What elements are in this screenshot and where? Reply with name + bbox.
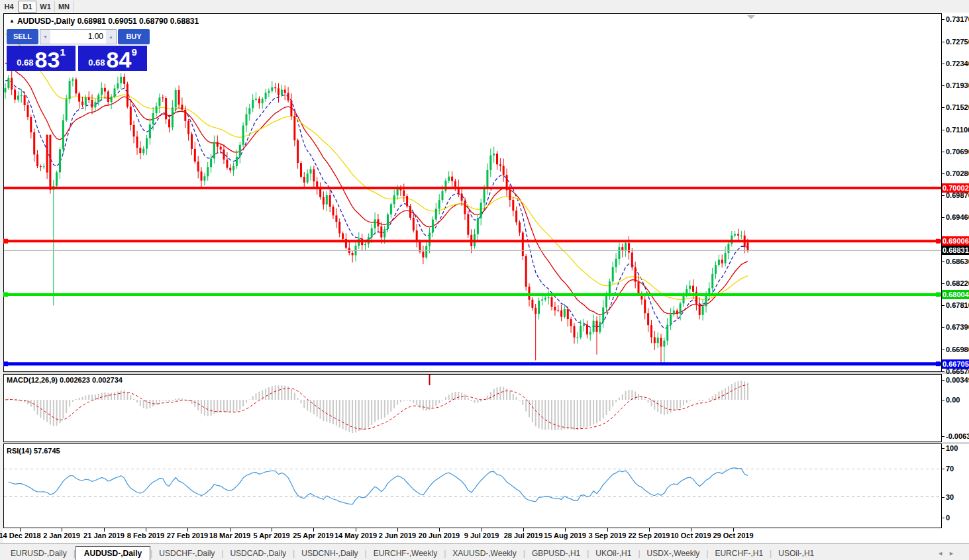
candle-body[interactable] — [104, 88, 106, 92]
buy-price-box[interactable]: 0.68 84 9 — [78, 46, 147, 71]
candle-body[interactable] — [303, 177, 305, 183]
candle-body[interactable] — [107, 91, 109, 102]
candle-body[interactable] — [139, 148, 141, 153]
candle-body[interactable] — [178, 90, 180, 105]
macd-signal-line[interactable] — [5, 385, 748, 429]
candle-body[interactable] — [156, 106, 158, 113]
candle-body[interactable] — [278, 88, 280, 95]
candle-body[interactable] — [149, 124, 151, 138]
chart-tab-usoil-h1[interactable]: USOil-,H1 — [772, 547, 821, 560]
candle-body[interactable] — [489, 156, 491, 170]
candle-body[interactable] — [114, 88, 116, 96]
candle-body[interactable] — [393, 195, 395, 204]
candle-body[interactable] — [7, 78, 9, 88]
candle-body[interactable] — [515, 210, 517, 222]
candle-body[interactable] — [17, 96, 19, 100]
candle-body[interactable] — [538, 301, 540, 314]
candle-body[interactable] — [680, 303, 682, 314]
volume-spinner[interactable]: ▼ 1.00 ▲ — [40, 29, 117, 44]
candle-body[interactable] — [284, 90, 286, 93]
candle-body[interactable] — [101, 88, 103, 95]
candle-body[interactable] — [46, 135, 48, 173]
chart-tab-eurchf-weekly[interactable]: EURCHF-,Weekly — [367, 547, 444, 560]
candle-body[interactable] — [33, 132, 35, 155]
candle-body[interactable] — [239, 145, 241, 157]
candle-body[interactable] — [117, 83, 119, 89]
candle-body[interactable] — [644, 300, 646, 314]
candle-body[interactable] — [27, 105, 29, 117]
candle-body[interactable] — [152, 113, 154, 124]
candle-body[interactable] — [525, 256, 527, 287]
candle-body[interactable] — [548, 297, 550, 298]
candle-body[interactable] — [493, 154, 495, 156]
candle-body[interactable] — [97, 95, 99, 102]
volume-decrease-icon[interactable]: ▼ — [40, 30, 50, 44]
candle-body[interactable] — [435, 209, 437, 219]
candle-body[interactable] — [615, 259, 617, 267]
chart-tab-usdchf-daily[interactable]: USDCHF-,Daily — [152, 547, 221, 560]
candle-body[interactable] — [425, 246, 427, 257]
candle-body[interactable] — [175, 90, 177, 107]
candle-body[interactable] — [702, 306, 704, 315]
candle-body[interactable] — [236, 157, 238, 166]
candle-body[interactable] — [429, 232, 431, 246]
candle-body[interactable] — [480, 203, 482, 218]
candle-body[interactable] — [332, 207, 334, 215]
candle-body[interactable] — [711, 274, 713, 289]
line-handle[interactable] — [3, 239, 8, 244]
chart-tab-gbpusd-h1[interactable]: GBPUSD-,H1 — [525, 547, 587, 560]
candle-body[interactable] — [432, 220, 434, 233]
candle-body[interactable] — [567, 309, 569, 319]
candle-body[interactable] — [374, 219, 376, 228]
candle-body[interactable] — [246, 115, 248, 126]
candle-body[interactable] — [293, 116, 295, 140]
panel-separator[interactable] — [3, 372, 969, 374]
chart-tab-audusd-daily[interactable]: AUDUSD-,Daily — [76, 546, 150, 560]
candle-body[interactable] — [554, 307, 556, 310]
candle-body[interactable] — [81, 102, 83, 105]
candle-body[interactable] — [352, 253, 354, 256]
candle-body[interactable] — [583, 324, 585, 326]
chart-tab-ukoil-h1[interactable]: UKOil-,H1 — [589, 547, 638, 560]
moving-average-40[interactable] — [5, 34, 748, 300]
tab-scroll-arrows[interactable]: ◄► — [937, 550, 969, 560]
candle-body[interactable] — [364, 244, 366, 245]
candle-body[interactable] — [448, 177, 450, 181]
candle-body[interactable] — [265, 93, 267, 99]
candle-body[interactable] — [390, 204, 392, 214]
candle-body[interactable] — [522, 232, 524, 256]
candle-body[interactable] — [535, 308, 536, 314]
candle-body[interactable] — [422, 252, 424, 257]
candle-body[interactable] — [36, 154, 38, 166]
candle-body[interactable] — [59, 149, 61, 172]
candle-body[interactable] — [72, 79, 74, 81]
candle-body[interactable] — [323, 197, 325, 205]
candle-body[interactable] — [66, 99, 68, 120]
candle-body[interactable] — [544, 298, 546, 300]
candle-body[interactable] — [56, 172, 58, 185]
candle-body[interactable] — [11, 78, 13, 90]
candle-body[interactable] — [599, 322, 601, 332]
chart-tab-xauusd-weekly[interactable]: XAUUSD-,Weekly — [446, 547, 523, 560]
candle-body[interactable] — [181, 105, 183, 110]
candle-body[interactable] — [162, 97, 164, 98]
candle-body[interactable] — [560, 310, 562, 317]
candle-body[interactable] — [650, 325, 652, 337]
candle-body[interactable] — [120, 77, 122, 83]
candle-body[interactable] — [69, 81, 71, 99]
candle-body[interactable] — [290, 101, 292, 117]
chart-tab-eurusd-daily[interactable]: EURUSD-,Daily — [4, 547, 74, 560]
candle-body[interactable] — [75, 79, 77, 93]
candle-body[interactable] — [605, 296, 607, 307]
candle-body[interactable] — [589, 332, 591, 335]
chart-tab-usdx-weekly[interactable]: USDX-,Weekly — [640, 547, 707, 560]
candle-body[interactable] — [232, 166, 234, 171]
candle-body[interactable] — [158, 97, 160, 106]
candle-body[interactable] — [130, 107, 132, 125]
macd-histogram[interactable] — [5, 381, 748, 433]
candle-body[interactable] — [133, 125, 135, 136]
candle-body[interactable] — [213, 142, 215, 158]
candle-body[interactable] — [85, 97, 87, 105]
sell-price-box[interactable]: 0.68 83 1 — [7, 46, 76, 71]
candle-body[interactable] — [484, 187, 485, 203]
